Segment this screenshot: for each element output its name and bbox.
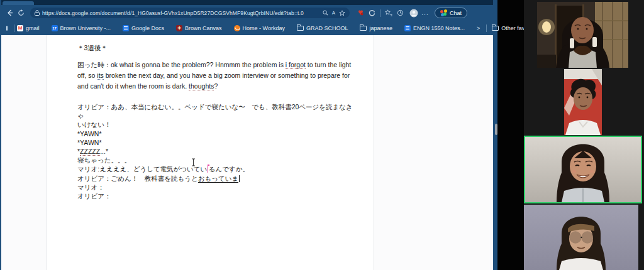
bookmark-brown-university[interactable]: 17 Brown University -...: [52, 25, 111, 31]
bookmark-brown-canvas[interactable]: ✚ Brown Canvas: [176, 25, 222, 31]
shield-icon: ✚: [176, 25, 182, 31]
participant-3-video: [525, 137, 641, 202]
sidebar-toggle-icon[interactable]: [6, 26, 8, 31]
favorites-bar-icon[interactable]: [383, 8, 394, 19]
lock-icon: [35, 10, 40, 16]
bookmark-label: Home - Workday: [243, 25, 285, 31]
screen: https://docs.google.com/document/d/1_HG0…: [0, 0, 644, 270]
history-icon[interactable]: [394, 8, 406, 19]
bookmark-japanese[interactable]: japanese: [360, 25, 392, 31]
doc-line[interactable]: *YAWN*: [77, 129, 354, 138]
refresh-icon: [18, 9, 25, 16]
collaborator-caret: [208, 166, 209, 173]
browser-tab[interactable]: [3, 1, 34, 5]
ime-composing-text: おもっていま: [198, 175, 238, 183]
bookmark-label: japanese: [369, 25, 392, 31]
bookmark-label: GRAD SCHOOL: [306, 25, 348, 31]
folder-icon: [297, 26, 304, 31]
search-icon[interactable]: [323, 10, 328, 16]
google-docs-canvas[interactable]: ＊3週後＊ 困った時：ok what is gonna be the probl…: [3, 35, 489, 270]
doc-line[interactable]: 困った時：ok what is gonna be the problem?? H…: [77, 60, 354, 70]
doc-line[interactable]: いけない！: [77, 120, 354, 129]
video-tile-participant-4[interactable]: [524, 205, 638, 270]
google-docs-icon: [123, 25, 129, 31]
participant-2-video: [564, 69, 602, 135]
document-text[interactable]: ＊3週後＊ 困った時：ok what is gonna be the probl…: [77, 43, 354, 200]
profile-avatar[interactable]: [408, 8, 419, 19]
favorite-star-icon[interactable]: [339, 10, 345, 16]
doc-line[interactable]: off, so its broken the next day, and you…: [77, 70, 354, 81]
doc-line[interactable]: and can't do it when the room is dark. t…: [77, 81, 354, 92]
misspelled-word: ZZZZZ: [80, 148, 100, 156]
doc-line[interactable]: オリビア：ごめん！ 教科書を読もうとおもっていま: [77, 174, 354, 183]
bookmarks-divider: [14, 24, 14, 32]
text-caret: [239, 175, 240, 182]
document-page[interactable]: ＊3週後＊ 困った時：ok what is gonna be the probl…: [47, 35, 374, 270]
bookmark-label: Google Docs: [131, 25, 164, 31]
google-docs-icon: [404, 25, 411, 31]
browser-window: https://docs.google.com/document/d/1_HG0…: [0, 0, 497, 270]
folder-icon: [492, 26, 499, 31]
folder-icon: [360, 26, 367, 31]
url-text[interactable]: https://docs.google.com/document/d/1_HG0…: [42, 10, 320, 16]
bookmark-label: gmail: [26, 25, 40, 31]
misspelled-word: thoughts: [189, 82, 214, 90]
misspelled-word: i forgot: [286, 61, 306, 69]
doc-line[interactable]: *YAWN*: [77, 138, 354, 147]
bookmark-workday[interactable]: Home - Workday: [234, 25, 285, 31]
chat-button[interactable]: Chat: [435, 8, 467, 18]
gmail-icon: M: [17, 25, 23, 31]
video-tile-participant-2[interactable]: [564, 69, 602, 135]
bookmarks-bar: M gmail 17 Brown University -... Google …: [1, 21, 493, 35]
doc-line[interactable]: マリオ：: [77, 183, 354, 192]
doc-line[interactable]: オリビア：ああ、本当にねむい。。ベッドで寝たいな〜 でも、教科書20ページを読ま…: [77, 102, 354, 120]
bookmarks-divider-2: [486, 24, 487, 32]
settings-more-icon[interactable]: ...: [419, 8, 431, 19]
refresh-button[interactable]: [15, 8, 26, 19]
doc-line[interactable]: ＊3週後＊: [77, 43, 354, 53]
participant-4-video: [524, 205, 638, 270]
bookmark-google-docs[interactable]: Google Docs: [123, 25, 164, 31]
tab-strip: [1, 0, 493, 5]
bookmark-engn-notes[interactable]: ENGN 1550 Notes...: [404, 25, 465, 31]
address-bar[interactable]: https://docs.google.com/document/d/1_HG0…: [30, 8, 350, 18]
read-aloud-icon[interactable]: A: [332, 10, 335, 16]
chat-pinwheel-icon: [440, 9, 447, 16]
calendar-icon: 17: [52, 25, 58, 31]
scrollbar-thumb[interactable]: [495, 124, 497, 135]
extension-icon-swirl[interactable]: [366, 8, 377, 19]
bookmark-grad-school[interactable]: GRAD SCHOOL: [297, 25, 348, 31]
bookmark-gmail[interactable]: M gmail: [17, 25, 40, 31]
doc-line[interactable]: 寝ちゃった。。。: [77, 156, 354, 165]
video-tile-participant-1[interactable]: [537, 2, 628, 68]
back-icon: [6, 9, 13, 16]
video-call-panel: [524, 0, 644, 270]
back-button[interactable]: [4, 8, 15, 19]
bookmarks-overflow-chevron[interactable]: >: [477, 25, 480, 31]
participant-1-video: [537, 2, 628, 68]
bookmark-label: ENGN 1550 Notes...: [413, 25, 465, 31]
text-cursor-icon: [191, 158, 196, 166]
doc-line[interactable]: *ZZZZZ...*: [77, 147, 354, 156]
workday-icon: [234, 25, 240, 31]
doc-line[interactable]: マリオ:ええええ、どうして電気がついているんですか。: [77, 165, 354, 173]
video-tile-participant-3-active[interactable]: [524, 136, 642, 203]
bookmark-label: Brown Canvas: [185, 25, 222, 31]
toolbar-divider: [380, 9, 380, 17]
grammar-word: its: [97, 72, 104, 80]
browser-toolbar: https://docs.google.com/document/d/1_HG0…: [1, 5, 493, 21]
extension-icon-red[interactable]: [355, 8, 366, 19]
chat-button-label: Chat: [450, 10, 462, 16]
bookmark-label: Brown University -...: [60, 25, 111, 31]
doc-line[interactable]: オリビア：: [77, 192, 354, 200]
